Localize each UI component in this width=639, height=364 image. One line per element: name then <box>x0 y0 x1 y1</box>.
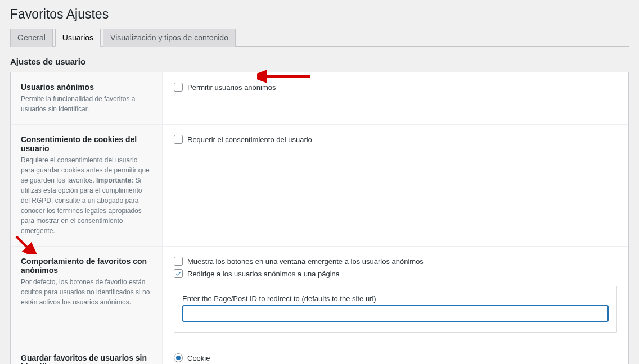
desc-post: Si utilizas esta opción para el cumplimi… <box>21 176 142 235</box>
radio-label: Cookie <box>187 354 210 362</box>
checkbox-label: Redirige a los usuarios anónimos a una p… <box>187 270 340 278</box>
row-cookie-consent: Consentimiento de cookies del usuario Re… <box>11 125 628 247</box>
row-left: Usuarios anónimos Permite la funcionalid… <box>11 72 163 124</box>
row-left: Consentimiento de cookies del usuario Re… <box>11 125 163 246</box>
annotation-arrow-icon <box>257 69 313 84</box>
checkbox-icon[interactable] <box>174 83 183 92</box>
checkbox-require-consent[interactable]: Requerir el consentimiento del usuario <box>174 135 617 144</box>
page-title: Favoritos Ajustes <box>10 7 629 22</box>
row-title: Consentimiento de cookies del usuario <box>21 135 152 153</box>
row-title: Guardar favoritos de usuarios sin identi… <box>21 353 152 364</box>
checkbox-icon[interactable] <box>174 135 183 144</box>
checkbox-icon[interactable] <box>174 257 183 266</box>
row-right: Permitir usuarios anónimos <box>163 72 628 124</box>
redirect-field-label: Enter the Page/Post ID to redirect to (d… <box>182 294 609 303</box>
row-anon-behavior: Comportamiento de favoritos con anónimos… <box>11 247 628 343</box>
desc-bold: Importante: <box>96 176 133 184</box>
checkbox-redirect-anon[interactable]: Redirige a los usuarios anónimos a una p… <box>174 269 617 278</box>
row-title: Comportamiento de favoritos con anónimos <box>21 257 152 275</box>
row-desc: Requiere el consentimiento del usuario p… <box>21 155 152 236</box>
checkbox-show-modal[interactable]: Muestra los botones en una ventana emerg… <box>174 257 617 266</box>
radio-icon[interactable] <box>174 353 183 362</box>
section-title: Ajustes de usuario <box>10 57 629 66</box>
row-right: Cookie Sesión <box>163 343 628 364</box>
redirect-page-id-input[interactable] <box>182 305 609 322</box>
row-desc: Permite la funcionalidad de favoritos a … <box>21 94 152 114</box>
row-title: Usuarios anónimos <box>21 83 152 92</box>
row-right: Muestra los botones en una ventana emerg… <box>163 247 628 343</box>
tab-visualizacion[interactable]: Visualización y tipos de contenido <box>103 29 236 47</box>
redirect-fieldset: Enter the Page/Post ID to redirect to (d… <box>174 286 617 333</box>
checkbox-label: Requerir el consentimiento del usuario <box>187 135 312 144</box>
checkbox-label: Permitir usuarios anónimos <box>187 83 276 92</box>
checkbox-icon[interactable] <box>174 269 183 278</box>
row-anon-users: Usuarios anónimos Permite la funcionalid… <box>11 72 628 125</box>
settings-table: Usuarios anónimos Permite la funcionalid… <box>10 72 629 364</box>
tab-usuarios[interactable]: Usuarios <box>55 29 101 47</box>
checkbox-label: Muestra los botones en una ventana emerg… <box>187 257 424 266</box>
row-left: Guardar favoritos de usuarios sin identi… <box>11 343 163 364</box>
tabs: General Usuarios Visualización y tipos d… <box>10 29 629 47</box>
row-right: Requerir el consentimiento del usuario <box>163 125 628 246</box>
checkbox-allow-anon[interactable]: Permitir usuarios anónimos <box>174 83 617 92</box>
tab-general[interactable]: General <box>10 29 53 47</box>
row-left: Comportamiento de favoritos con anónimos… <box>11 247 163 343</box>
row-save-method: Guardar favoritos de usuarios sin identi… <box>11 343 628 364</box>
row-desc: Por defecto, los botones de favorito est… <box>21 277 152 307</box>
radio-cookie[interactable]: Cookie <box>174 353 617 362</box>
